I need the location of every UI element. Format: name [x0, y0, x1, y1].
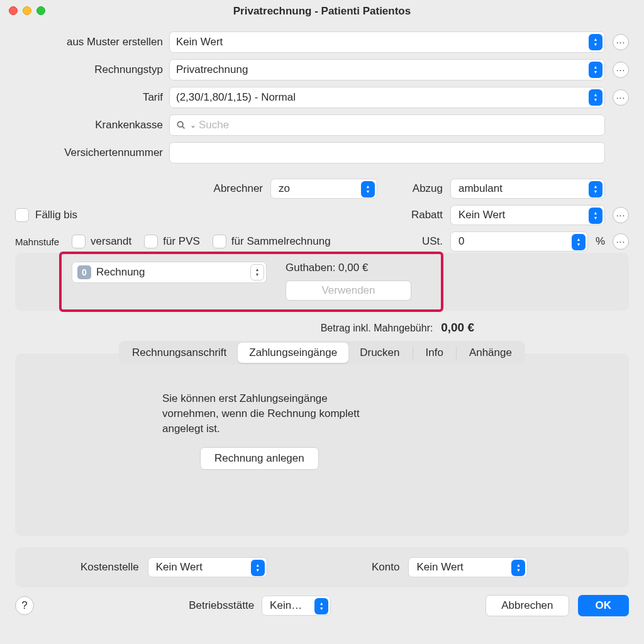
- label-sammel: für Sammelrechnung: [231, 235, 331, 248]
- label-mahnstufe: Mahnstufe: [15, 236, 59, 247]
- input-versichertennummer[interactable]: [169, 142, 605, 164]
- select-rabatt[interactable]: Kein Wert: [450, 205, 605, 225]
- select-tarif-value: (2,30/1,80/1,15) - Normal: [176, 91, 296, 104]
- label-abrechner: Abrechner: [214, 182, 263, 195]
- mahnstufe-badge: 0: [77, 265, 91, 279]
- tab-rechnungsanschrift[interactable]: Rechnungsanschrift: [121, 343, 238, 363]
- tab-anhaenge[interactable]: Anhänge: [458, 343, 523, 363]
- label-faellig: Fällig bis: [35, 209, 77, 221]
- tab-label: Drucken: [360, 347, 399, 359]
- tab-drucken[interactable]: Drucken: [348, 343, 411, 363]
- tab-label: Anhänge: [469, 347, 512, 359]
- label-abzug: Abzug: [402, 182, 443, 195]
- chevrons-icon: [589, 62, 602, 78]
- tab-label: Info: [426, 347, 443, 359]
- select-abrechner[interactable]: zo: [270, 179, 377, 199]
- panel-message: Sie können erst Zahlungseingänge vornehm…: [162, 391, 382, 436]
- chevron-down-icon: ⌄: [190, 121, 196, 130]
- guthaben-label: Guthaben: 0,00 €: [286, 262, 411, 274]
- window-controls: [9, 6, 45, 15]
- chevrons-icon: [511, 560, 525, 576]
- label-konto: Konto: [372, 561, 399, 574]
- chevrons-icon: [251, 560, 265, 576]
- tab-label: Rechnungsanschrift: [132, 347, 226, 359]
- select-kostenstelle-value: Kein Wert: [156, 561, 203, 574]
- more-ust-button[interactable]: ···: [613, 233, 629, 250]
- close-icon[interactable]: [9, 6, 18, 15]
- verwenden-button-label: Verwenden: [321, 284, 375, 297]
- select-konto[interactable]: Kein Wert: [408, 557, 528, 577]
- chevrons-icon: [250, 264, 264, 280]
- chevrons-icon: [589, 181, 602, 197]
- search-krankenkasse[interactable]: ⌄ Suche: [169, 114, 605, 136]
- help-icon: ?: [21, 599, 27, 612]
- tab-panel: Sie können erst Zahlungseingänge vornehm…: [15, 353, 629, 536]
- tab-zahlungseingaenge[interactable]: Zahlungseingänge: [238, 343, 348, 363]
- chevrons-icon: [361, 181, 375, 197]
- checkbox-sammel[interactable]: [213, 235, 226, 248]
- label-tarif: Tarif: [15, 91, 163, 104]
- verwenden-button[interactable]: Verwenden: [286, 280, 411, 301]
- tabs: Rechnungsanschrift Zahlungseingänge Druc…: [119, 341, 525, 365]
- label-kostenstelle: Kostenstelle: [80, 561, 139, 574]
- tab-info[interactable]: Info: [414, 343, 455, 363]
- more-tarif-button[interactable]: ···: [613, 89, 629, 106]
- label-betriebsstaette: Betriebsstätte: [189, 599, 254, 612]
- label-pvs: für PVS: [163, 235, 200, 248]
- select-mahnstufe-value: Rechnung: [96, 266, 145, 279]
- rechnung-anlegen-label: Rechnung anlegen: [214, 452, 304, 465]
- label-versichertennummer: Versichertennummer: [15, 147, 163, 159]
- select-abrechner-value: zo: [279, 182, 290, 195]
- bottom-panel: Kostenstelle Kein Wert Konto Kein Wert: [15, 547, 629, 587]
- more-rechnungstyp-button[interactable]: ···: [613, 62, 629, 78]
- label-rabatt: Rabatt: [402, 209, 443, 221]
- betrag-label: Betrag inkl. Mahngebühr:: [321, 323, 433, 333]
- cancel-button[interactable]: Abbrechen: [486, 595, 569, 616]
- label-versandt: versandt: [91, 235, 131, 248]
- checkbox-pvs[interactable]: [144, 235, 158, 248]
- select-rechnungstyp[interactable]: Privatrechnung: [169, 59, 605, 80]
- select-betriebsstaette[interactable]: Kein…: [262, 596, 331, 616]
- ok-button-label: OK: [596, 599, 612, 612]
- rechnung-anlegen-button[interactable]: Rechnung anlegen: [200, 447, 319, 470]
- mahnstufe-panel: 0 Rechnung Guthaben: 0,00 € Verwenden: [15, 253, 629, 311]
- tab-separator: [413, 347, 413, 359]
- titlebar: Privatrechnung - Patienti Patientos: [0, 0, 644, 23]
- select-rabatt-value: Kein Wert: [458, 209, 505, 221]
- select-kostenstelle[interactable]: Kein Wert: [148, 557, 267, 577]
- select-rechnungstyp-value: Privatrechnung: [176, 64, 248, 76]
- select-konto-value: Kein Wert: [416, 561, 463, 574]
- tab-separator: [456, 347, 457, 359]
- svg-point-0: [177, 121, 183, 127]
- label-muster: aus Muster erstellen: [15, 36, 163, 48]
- select-mahnstufe[interactable]: 0 Rechnung: [72, 262, 267, 283]
- select-ust[interactable]: 0: [450, 231, 588, 252]
- select-abzug-value: ambulant: [458, 182, 502, 195]
- window-title: Privatrechnung - Patienti Patientos: [8, 5, 636, 18]
- minimize-icon[interactable]: [23, 6, 31, 15]
- help-button[interactable]: ?: [15, 596, 34, 615]
- chevrons-icon: [589, 89, 602, 106]
- select-muster[interactable]: Kein Wert: [169, 31, 605, 53]
- chevrons-icon: [589, 34, 602, 50]
- ust-suffix: %: [596, 235, 605, 248]
- chevrons-icon: [589, 208, 602, 224]
- ok-button[interactable]: OK: [578, 595, 630, 616]
- checkbox-faellig[interactable]: [15, 208, 29, 222]
- maximize-icon[interactable]: [36, 6, 45, 15]
- chevrons-icon: [314, 598, 328, 614]
- select-ust-value: 0: [458, 235, 464, 248]
- select-muster-value: Kein Wert: [176, 36, 223, 48]
- label-rechnungstyp: Rechnungstyp: [15, 64, 163, 76]
- more-muster-button[interactable]: ···: [613, 34, 629, 50]
- chevrons-icon: [572, 234, 586, 250]
- more-rabatt-button[interactable]: ···: [613, 207, 629, 223]
- checkbox-versandt[interactable]: [72, 235, 86, 248]
- select-betriebsstaette-value: Kein…: [270, 599, 302, 612]
- select-abzug[interactable]: ambulant: [450, 179, 605, 199]
- select-tarif[interactable]: (2,30/1,80/1,15) - Normal: [169, 87, 605, 108]
- label-krankenkasse: Krankenkasse: [15, 119, 163, 131]
- svg-line-1: [182, 126, 184, 128]
- tab-label: Zahlungseingänge: [249, 347, 337, 359]
- label-ust: USt.: [402, 235, 443, 248]
